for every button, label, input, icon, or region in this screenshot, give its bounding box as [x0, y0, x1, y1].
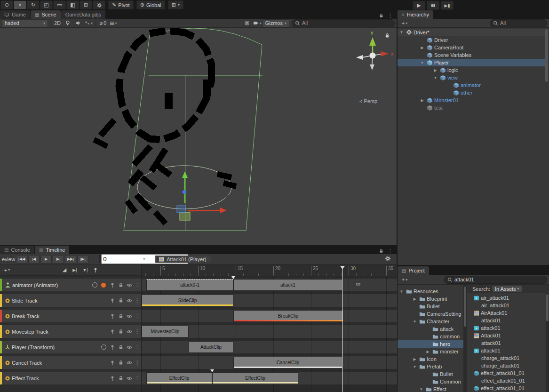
- clip-slide[interactable]: SlideClip: [142, 295, 233, 306]
- asset-row[interactable]: attack01: [467, 324, 546, 332]
- timeline-breadcrumb[interactable]: Attack01 (Player): [155, 256, 212, 263]
- hierarchy-item-scene-driver[interactable]: ▼ Driver*: [398, 29, 546, 36]
- tab-gamedata[interactable]: GameData.gdjs: [61, 10, 105, 19]
- pin-track-button[interactable]: [109, 312, 116, 320]
- tree-scrollbar-track[interactable]: [463, 285, 467, 392]
- asset-row[interactable]: charge_attack01: [467, 354, 546, 362]
- grid-visibility-dropdown[interactable]: ⊞▾: [108, 20, 119, 27]
- hierarchy-item-logic[interactable]: ▶ logic: [398, 66, 546, 74]
- snap-settings-button[interactable]: ⊞▾: [168, 0, 183, 9]
- folder-character[interactable]: ▼Character: [398, 318, 463, 325]
- scene-search-field[interactable]: All: [292, 19, 395, 27]
- project-create-button[interactable]: +▾: [399, 276, 410, 283]
- track-header-animator[interactable]: animator (Animator) ⋮: [0, 279, 141, 291]
- hierarchy-item-other[interactable]: other: [398, 89, 546, 96]
- add-track-button[interactable]: +▾: [2, 266, 12, 273]
- track-toggle-icon[interactable]: [101, 344, 106, 350]
- mute-track-button[interactable]: [126, 375, 133, 382]
- asset-row[interactable]: air_attack01: [467, 294, 546, 302]
- folder-resources[interactable]: ▼Resources: [398, 288, 463, 295]
- 2d-toggle-button[interactable]: 2D: [52, 20, 63, 27]
- folder-monster[interactable]: ▶monster: [398, 348, 463, 355]
- search-scope-dropdown[interactable]: In Assets▾: [493, 286, 522, 292]
- go-to-end-button[interactable]: ▶▶|: [65, 255, 76, 264]
- global-toggle-button[interactable]: ⊕Global: [136, 0, 165, 9]
- results-scrollbar-track[interactable]: [546, 293, 549, 392]
- scene-lighting-button[interactable]: [63, 20, 73, 27]
- record-button[interactable]: [101, 282, 106, 288]
- hierarchy-item-driver[interactable]: Driver: [398, 36, 546, 44]
- panel-menu-button[interactable]: ⋮: [388, 248, 393, 254]
- asset-row[interactable]: effect_attack01_01: [467, 384, 546, 392]
- move-tool-button[interactable]: ⌖: [14, 0, 26, 9]
- pin-track-button[interactable]: [109, 297, 116, 304]
- track-header-movestep[interactable]: Movestep Track ⋮: [0, 325, 141, 338]
- mute-track-button[interactable]: [126, 344, 133, 351]
- pin-track-button[interactable]: [109, 328, 116, 335]
- camera-settings-dropdown[interactable]: ▾: [252, 20, 263, 27]
- chevron-right-icon[interactable]: ▶: [432, 68, 438, 72]
- asset-row[interactable]: AirAttack01: [467, 309, 546, 317]
- hierarchy-create-button[interactable]: +▾: [399, 20, 410, 27]
- track-menu-button[interactable]: ⋮: [134, 360, 140, 366]
- clip-break[interactable]: BreakClip: [233, 310, 343, 322]
- playhead-handle[interactable]: [340, 266, 345, 269]
- clip-marker-icon[interactable]: [231, 276, 235, 279]
- asset-row[interactable]: attack01: [467, 339, 546, 347]
- track-header-effect[interactable]: Effect Track ⋮: [0, 372, 141, 384]
- lock-track-button[interactable]: [117, 297, 124, 304]
- results-scrollbar-thumb[interactable]: [546, 294, 549, 321]
- timeline-settings-button[interactable]: [385, 256, 391, 263]
- track-header-break[interactable]: Break Track ⋮: [0, 310, 141, 322]
- timeline-play-button[interactable]: ▶: [40, 255, 52, 264]
- pause-button[interactable]: ▮▮: [427, 1, 439, 10]
- folder-camerasetting[interactable]: CameraSetting: [398, 310, 463, 318]
- timeline-ruler[interactable]: 5 10 15 20 25 30 35: [142, 264, 397, 276]
- tab-scene[interactable]: ▦Scene: [31, 10, 61, 19]
- track-header-cancel[interactable]: Cancel Track ⋮: [0, 356, 141, 369]
- folder-prefab[interactable]: ▼Prefab: [398, 363, 463, 370]
- pin-track-button[interactable]: [109, 359, 116, 366]
- folder-attack[interactable]: attack: [398, 325, 463, 333]
- asset-row[interactable]: effect_attack01_01: [467, 369, 546, 377]
- view-tool-button[interactable]: ⊙: [0, 0, 13, 9]
- panel-menu-button[interactable]: ⋮: [388, 13, 393, 19]
- folder-blueprint[interactable]: ▶Blueprint: [398, 295, 463, 303]
- hierarchy-item-animator[interactable]: animator: [398, 81, 546, 89]
- chevron-right-icon[interactable]: ▶: [419, 98, 425, 103]
- lock-track-button[interactable]: [117, 281, 124, 288]
- playhead[interactable]: [342, 266, 343, 392]
- transform-tool-button[interactable]: ◧: [66, 0, 79, 9]
- scale-tool-button[interactable]: ◰: [40, 0, 53, 9]
- folder-icon-dir[interactable]: ▶Icon: [398, 355, 463, 363]
- gizmos-dropdown[interactable]: Gizmos▾: [263, 19, 289, 27]
- frame-field[interactable]: [99, 255, 141, 263]
- hierarchy-item-cameraroot[interactable]: ▶ CameraRoot: [398, 44, 546, 51]
- scene-audio-button[interactable]: [73, 20, 83, 27]
- scene-tools-button[interactable]: [242, 20, 252, 27]
- chevron-down-icon[interactable]: ▼: [412, 320, 418, 324]
- tree-scrollbar-thumb[interactable]: [464, 287, 466, 327]
- clip-attack1[interactable]: attack1: [233, 279, 342, 291]
- play-button[interactable]: ▶: [413, 1, 425, 10]
- asset-row[interactable]: air_attack01: [467, 302, 546, 309]
- asset-row[interactable]: effect_attack01_01: [467, 377, 546, 384]
- track-header-slide[interactable]: Slide Track ⋮: [0, 294, 141, 307]
- hierarchy-item-player[interactable]: ▼ Player: [398, 59, 546, 66]
- folder-effect[interactable]: ▼Effect: [398, 385, 463, 392]
- chevron-right-icon[interactable]: ▶: [412, 357, 418, 361]
- track-menu-button[interactable]: ⋮: [134, 297, 140, 304]
- hierarchy-item-view[interactable]: ▼ view: [398, 74, 546, 81]
- chevron-down-icon[interactable]: ▼: [412, 365, 418, 369]
- track-menu-button[interactable]: ⋮: [134, 313, 140, 319]
- chevron-down-icon[interactable]: ▼: [398, 289, 405, 294]
- folder-hero[interactable]: hero: [398, 340, 463, 348]
- go-to-start-button[interactable]: |◀◀: [16, 255, 27, 264]
- clip-cancel[interactable]: CancelClip: [233, 357, 342, 368]
- track-menu-button[interactable]: ⋮: [134, 328, 140, 335]
- pin-track-button[interactable]: [109, 344, 116, 351]
- mute-track-button[interactable]: [126, 312, 133, 320]
- tab-hierarchy[interactable]: ≡Hierarchy: [398, 10, 433, 19]
- asset-row[interactable]: charge_attack01: [467, 362, 546, 369]
- lock-track-button[interactable]: [117, 312, 124, 320]
